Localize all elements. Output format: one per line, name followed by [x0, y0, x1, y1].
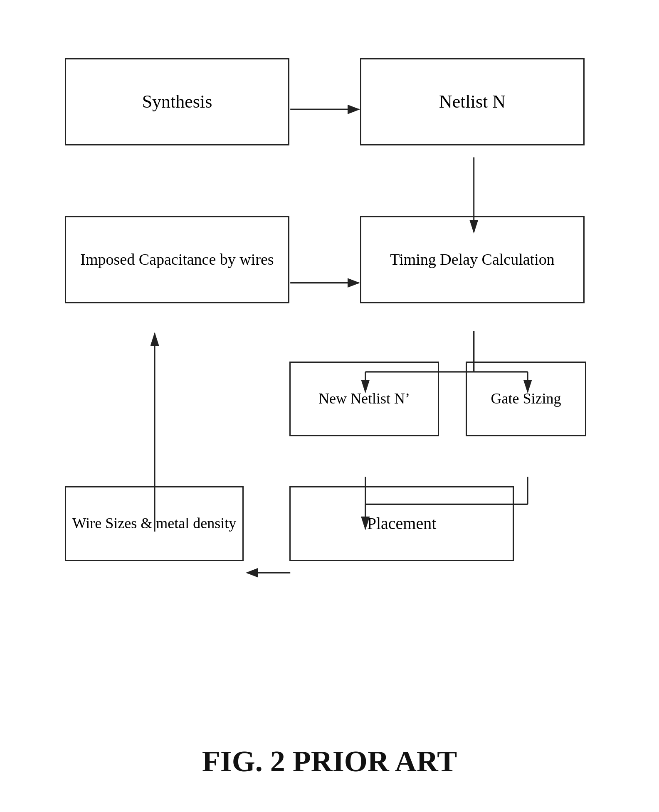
wire-sizes-label: Wire Sizes & metal density: [72, 514, 236, 532]
netlist-n-label: Netlist N: [439, 91, 506, 113]
diagram-area: Synthesis Netlist N Imposed Capacitance …: [25, 25, 634, 646]
new-netlist-box: New Netlist N’: [289, 362, 439, 436]
figure-caption: FIG. 2 PRIOR ART: [0, 744, 659, 779]
netlist-n-box: Netlist N: [360, 58, 585, 145]
synthesis-label: Synthesis: [142, 91, 212, 113]
gate-sizing-label: Gate Sizing: [491, 390, 561, 408]
gate-sizing-box: Gate Sizing: [466, 362, 586, 436]
new-netlist-label: New Netlist N’: [318, 390, 410, 408]
timing-delay-label: Timing Delay Calculation: [390, 250, 554, 269]
wire-sizes-box: Wire Sizes & metal density: [65, 486, 244, 561]
placement-box: Placement: [289, 486, 514, 561]
placement-label: Placement: [367, 514, 437, 534]
caption-text: FIG. 2 PRIOR ART: [202, 745, 457, 778]
timing-delay-box: Timing Delay Calculation: [360, 216, 585, 303]
page: Synthesis Netlist N Imposed Capacitance …: [0, 0, 659, 812]
synthesis-box: Synthesis: [65, 58, 289, 145]
imposed-capacitance-label: Imposed Capacitance by wires: [80, 250, 274, 269]
imposed-capacitance-box: Imposed Capacitance by wires: [65, 216, 289, 303]
